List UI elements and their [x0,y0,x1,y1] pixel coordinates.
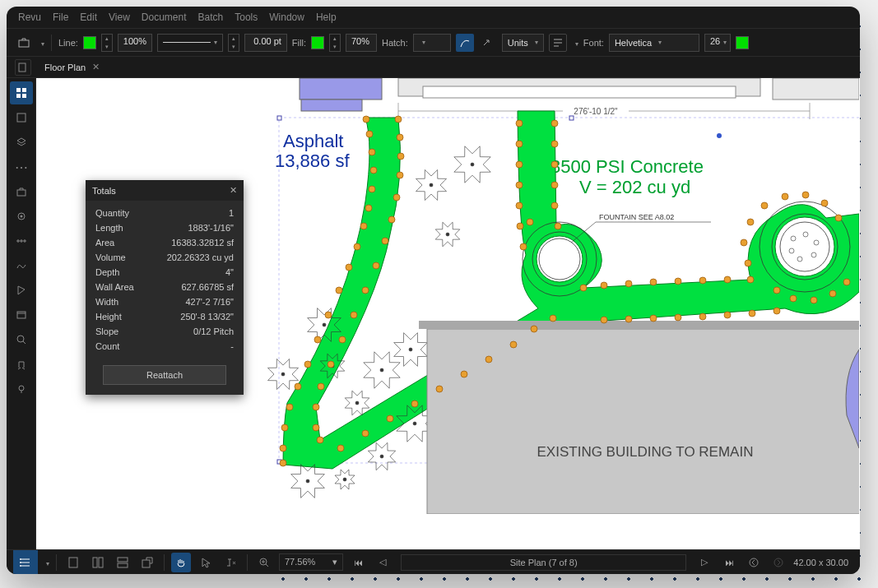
hatch-select[interactable] [413,34,451,52]
drawing-canvas[interactable]: 276'-10 1/2" Asphalt 13,886 sf 3500 PSI … [36,78,860,549]
line-pt-input[interactable]: 0.00 pt [244,34,287,52]
svg-rect-21 [773,78,859,100]
pages-icon[interactable] [15,59,31,76]
totals-close-icon[interactable]: ✕ [230,185,237,196]
markups-list-dropdown[interactable] [43,558,49,567]
split-horizontal-icon[interactable] [113,553,132,572]
svg-point-87 [313,404,319,410]
next-page-icon[interactable]: ▷ [695,553,714,572]
detach-icon[interactable] [137,553,157,572]
select-tool-icon[interactable] [196,553,216,572]
zoom-level-select[interactable]: 77.56%▾ [279,553,343,571]
svg-point-41 [430,183,433,187]
markups-list-icon[interactable] [13,550,38,575]
svg-point-86 [318,383,324,390]
tab-floor-plan[interactable]: Floor Plan ✕ [38,58,106,76]
menu-edit[interactable]: Edit [80,12,97,23]
fill-spinner[interactable]: ▴▾ [329,34,341,52]
signature-icon[interactable] [10,254,33,277]
tab-close-icon[interactable]: ✕ [92,62,100,72]
svg-point-141 [829,290,836,297]
text-select-icon[interactable] [221,553,240,572]
single-page-icon[interactable] [63,553,83,572]
svg-point-131 [741,239,747,246]
svg-point-90 [337,445,344,451]
fill-opacity-input[interactable]: 70% [346,34,377,52]
svg-point-72 [280,445,286,451]
line-style-select[interactable] [157,34,223,52]
svg-point-112 [551,202,558,209]
totals-val-width: 427'-2 7/16" [185,297,234,307]
menu-revu[interactable]: Revu [18,12,41,23]
menu-window[interactable]: Window [269,12,304,23]
svg-rect-6 [17,113,26,122]
prev-page-icon[interactable]: ◁ [373,553,393,572]
curve-tool-button[interactable] [456,34,474,52]
split-vertical-icon[interactable] [88,553,108,572]
totals-key-depth: Depth [95,267,119,277]
alignment-button[interactable] [549,34,567,52]
svg-point-126 [699,313,706,320]
font-size-input[interactable]: 26 [704,34,731,52]
thumbnails-icon[interactable] [10,81,33,104]
svg-point-82 [362,287,369,294]
svg-rect-146 [69,558,77,567]
measurements-icon[interactable] [10,229,33,252]
svg-point-74 [395,116,402,123]
totals-key-length: Length [95,223,123,233]
settings-icon[interactable] [10,205,33,228]
line-color-swatch[interactable] [83,36,96,49]
svg-point-71 [281,424,288,431]
toolbox-dropdown[interactable] [38,38,44,48]
svg-point-83 [351,312,357,318]
nav-back-icon[interactable] [744,553,764,572]
search-icon[interactable] [10,328,33,351]
flags-icon[interactable] [10,279,33,302]
svg-point-94 [436,386,443,392]
studio-icon[interactable] [10,353,33,376]
svg-point-75 [397,134,403,141]
svg-rect-147 [93,558,97,567]
menu-file[interactable]: File [53,12,68,23]
page-dimensions: 42.00 x 30.00 [793,558,853,567]
menu-document[interactable]: Document [142,12,187,23]
alignment-dropdown[interactable] [572,38,578,48]
svg-point-43 [446,233,449,236]
menu-batch[interactable]: Batch [198,12,224,23]
layers-icon[interactable] [10,131,33,154]
last-page-icon[interactable]: ⏭ [719,553,739,572]
svg-point-63 [354,243,360,250]
font-color-swatch[interactable] [736,36,749,49]
page-indicator[interactable]: Site Plan (7 of 8) [401,554,686,571]
svg-point-53 [343,478,346,481]
units-select[interactable]: Units [502,34,544,52]
menu-tools[interactable]: Tools [235,12,258,23]
totals-key-count: Count [95,341,119,351]
properties-icon[interactable]: ⋯ [10,155,33,178]
places-icon[interactable] [10,377,33,400]
menu-view[interactable]: View [109,12,130,23]
svg-rect-18 [423,86,736,98]
line-pt-spinner[interactable]: ▴▾ [228,34,239,52]
pan-tool-icon[interactable] [171,553,191,572]
svg-point-29 [539,238,580,280]
font-select[interactable]: Helvetica [609,34,699,52]
line-color-spinner[interactable]: ▴▾ [101,34,113,52]
menu-help[interactable]: Help [316,12,337,23]
nav-forward-icon[interactable] [769,553,788,572]
toolbox-button[interactable] [15,34,33,52]
dimension-text: 276'-10 1/2" [574,107,618,116]
zoom-tool-icon[interactable] [254,553,274,572]
svg-point-12 [19,386,24,391]
reattach-button[interactable]: Reattach [103,365,226,385]
line-width-pct[interactable]: 100% [118,34,152,52]
dimension-tool-button[interactable] [479,34,497,52]
links-icon[interactable] [10,303,33,326]
svg-rect-3 [22,88,26,92]
bookmarks-icon[interactable] [10,106,33,129]
toolchest-icon[interactable] [10,180,33,203]
fill-color-swatch[interactable] [311,36,324,49]
svg-point-77 [397,172,403,178]
first-page-icon[interactable]: ⏮ [348,553,368,572]
svg-point-123 [625,316,632,322]
